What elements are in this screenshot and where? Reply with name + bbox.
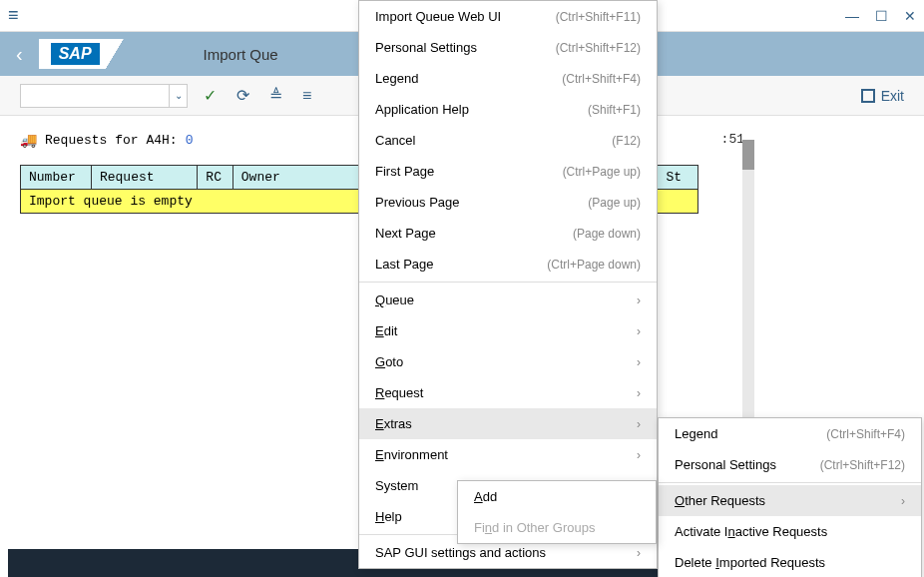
sort-asc-icon[interactable]: ≜ bbox=[265, 82, 286, 109]
menu-edit[interactable]: Edit› bbox=[359, 315, 657, 346]
submenu-legend[interactable]: Legend(Ctrl+Shift+F4) bbox=[659, 418, 921, 449]
subsubmenu-other-requests: Add Find in Other Groups bbox=[457, 480, 657, 544]
menu-separator bbox=[659, 482, 921, 483]
menu-next-page[interactable]: Next Page(Page down) bbox=[359, 218, 657, 249]
menu-separator bbox=[359, 282, 657, 283]
menu-extras[interactable]: Extras› bbox=[359, 408, 657, 439]
exit-icon bbox=[861, 89, 875, 103]
subsub-find-other-groups: Find in Other Groups bbox=[458, 512, 656, 543]
col-st: St bbox=[658, 166, 698, 190]
requests-count: 0 bbox=[186, 133, 194, 148]
timestamp: :51 bbox=[721, 132, 744, 147]
page-title: Import Que bbox=[204, 46, 278, 63]
requests-label: Requests for A4H: bbox=[45, 133, 178, 148]
menu-legend[interactable]: Legend(Ctrl+Shift+F4) bbox=[359, 63, 657, 94]
refresh-icon[interactable]: ⟳ bbox=[232, 82, 253, 109]
check-icon[interactable]: ✓ bbox=[200, 82, 221, 109]
subsub-add[interactable]: Add bbox=[458, 481, 656, 512]
submenu-other-requests[interactable]: Other Requests› bbox=[659, 485, 921, 516]
close-button[interactable]: ✕ bbox=[904, 8, 916, 24]
exit-label: Exit bbox=[881, 88, 904, 104]
menu-personal-settings[interactable]: Personal Settings(Ctrl+Shift+F12) bbox=[359, 32, 657, 63]
menu-previous-page[interactable]: Previous Page(Page up) bbox=[359, 187, 657, 218]
hamburger-icon[interactable]: ≡ bbox=[8, 5, 19, 26]
sap-logo-wrap: SAP bbox=[39, 39, 124, 69]
sap-logo: SAP bbox=[51, 43, 100, 65]
minimize-button[interactable]: — bbox=[845, 8, 859, 24]
submenu-personal-settings[interactable]: Personal Settings(Ctrl+Shift+F12) bbox=[659, 449, 921, 480]
submenu-extras: Legend(Ctrl+Shift+F4) Personal Settings(… bbox=[658, 417, 922, 577]
filter-icon[interactable]: ≡ bbox=[298, 83, 315, 109]
menu-last-page[interactable]: Last Page(Ctrl+Page down) bbox=[359, 249, 657, 280]
command-dropdown-icon[interactable]: ⌄ bbox=[170, 84, 188, 108]
submenu-activate-inactive[interactable]: Activate Inactive Requests bbox=[659, 516, 921, 547]
col-rc: RC bbox=[198, 166, 232, 190]
window-controls: — ☐ ✕ bbox=[845, 8, 916, 24]
exit-button[interactable]: Exit bbox=[861, 88, 904, 104]
menu-first-page[interactable]: First Page(Ctrl+Page up) bbox=[359, 156, 657, 187]
col-number: Number bbox=[21, 166, 92, 190]
maximize-button[interactable]: ☐ bbox=[875, 8, 888, 24]
menu-environment[interactable]: Environment› bbox=[359, 439, 657, 470]
command-field[interactable] bbox=[20, 84, 170, 108]
menu-queue[interactable]: Queue› bbox=[359, 285, 657, 315]
menu-import-queue-web-ui[interactable]: Import Queue Web UI(Ctrl+Shift+F11) bbox=[359, 1, 657, 32]
truck-icon: 🚚 bbox=[20, 132, 37, 149]
submenu-delete-imported[interactable]: Delete Imported Requests bbox=[659, 547, 921, 577]
menu-application-help[interactable]: Application Help(Shift+F1) bbox=[359, 94, 657, 125]
menu-cancel[interactable]: Cancel(F12) bbox=[359, 125, 657, 156]
menu-request[interactable]: Request› bbox=[359, 377, 657, 408]
back-button[interactable]: ‹ bbox=[16, 43, 23, 66]
scroll-thumb[interactable] bbox=[742, 140, 754, 170]
col-request: Request bbox=[91, 166, 197, 190]
menu-goto[interactable]: Goto› bbox=[359, 346, 657, 377]
